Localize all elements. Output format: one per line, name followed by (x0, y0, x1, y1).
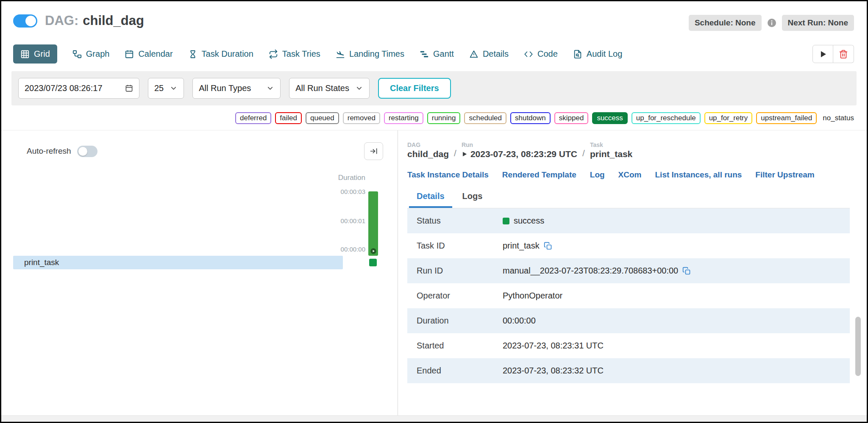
breadcrumb-dag-label: DAG (407, 141, 449, 148)
graph-icon (72, 50, 82, 59)
link-log[interactable]: Log (590, 170, 605, 180)
code-icon (524, 50, 533, 59)
breadcrumb-run[interactable]: Run 2023-07-23, 08:23:29 UTC (462, 141, 577, 159)
detail-tabs: Details Logs (407, 187, 850, 208)
legend-badge: up_for_reschedule (632, 112, 701, 124)
tab-audit-log[interactable]: Audit Log (573, 49, 623, 59)
date-picker-icon (125, 84, 133, 92)
copy-button[interactable] (544, 242, 552, 250)
detail-row: Started 2023-07-23, 08:23:31 UTC (407, 333, 850, 358)
detail-row: Ended 2023-07-23, 08:23:32 UTC (407, 358, 850, 383)
dag-pause-toggle[interactable] (13, 14, 37, 28)
detail-row-label: Task ID (407, 241, 503, 251)
dag-header: DAG: child_dag Schedule: None Next Run: … (1, 1, 867, 38)
legend-badge: up_for_retry (704, 112, 753, 124)
status-square (503, 218, 509, 224)
auto-refresh-toggle[interactable] (77, 146, 97, 157)
vertical-scrollbar-thumb[interactable] (855, 317, 861, 376)
detail-row-label: Duration (407, 316, 503, 326)
trash-icon (839, 50, 848, 59)
breadcrumb-dag-value: child_dag (407, 149, 449, 159)
hourglass-icon (188, 50, 198, 59)
link-xcom[interactable]: XCom (618, 170, 642, 180)
dag-run-bar[interactable] (368, 191, 378, 256)
detail-row-value: 00:00:00 (503, 316, 536, 326)
link-filter-upstream[interactable]: Filter Upstream (755, 170, 814, 180)
task-instance-square[interactable] (369, 259, 377, 266)
tab-task-tries[interactable]: Task Tries (269, 49, 320, 59)
plane-landing-icon (336, 50, 345, 59)
detail-row-label: Run ID (407, 266, 503, 276)
link-list-instances[interactable]: List Instances, all runs (655, 170, 742, 180)
tab-label: Code (537, 49, 558, 59)
detail-row-label: Ended (407, 366, 503, 376)
breadcrumb-separator: / (454, 148, 456, 159)
detail-table: Status success Task ID print_task Run ID (407, 208, 850, 383)
page-title: DAG: child_dag (45, 13, 144, 28)
tab-label: Audit Log (587, 49, 623, 59)
run-state-select[interactable]: All Run States (289, 78, 370, 99)
schedule-badge: Schedule: None (689, 15, 762, 31)
tab-label: Landing Times (349, 49, 404, 59)
base-date-input[interactable]: 2023/07/23 08:26:17 (18, 78, 139, 99)
delete-dag-button[interactable] (833, 45, 854, 63)
tab-gantt[interactable]: Gantt (420, 49, 454, 59)
tab-details-details[interactable]: Details (409, 187, 452, 208)
breadcrumb-separator: / (582, 148, 585, 159)
tab-label: Calendar (138, 49, 172, 59)
clear-filters-button[interactable]: Clear Filters (378, 78, 451, 99)
detail-row-label: Operator (407, 291, 503, 301)
calendar-icon (125, 50, 134, 59)
copy-button[interactable] (682, 267, 691, 275)
breadcrumb-task-label: Task (590, 141, 632, 148)
legend-badge: removed (343, 112, 380, 124)
tab-calendar[interactable]: Calendar (125, 49, 172, 59)
tab-details[interactable]: Details (469, 49, 509, 59)
run-type-select[interactable]: All Run Types (192, 78, 281, 99)
trigger-dag-button[interactable] (812, 45, 833, 63)
tab-task-duration[interactable]: Task Duration (188, 49, 253, 59)
duration-tick: 00:00:00 (341, 246, 365, 253)
auto-refresh-label: Auto-refresh (27, 147, 71, 156)
num-runs-select[interactable]: 25 (148, 78, 184, 99)
info-icon[interactable] (767, 18, 777, 28)
dag-title-name: child_dag (83, 13, 144, 28)
dag-actions (812, 45, 854, 63)
horizontal-scrollbar[interactable] (1, 415, 867, 422)
task-row-print-task[interactable]: print_task (13, 256, 343, 269)
link-rendered-template[interactable]: Rendered Template (502, 170, 576, 180)
detail-row: Run ID manual__2023-07-23T08:23:29.70868… (407, 258, 850, 283)
duration-tick: 00:00:01 (341, 217, 365, 224)
detail-row: Operator PythonOperator (407, 283, 850, 308)
detail-row: Duration 00:00:00 (407, 308, 850, 333)
breadcrumb-dag[interactable]: DAG child_dag (407, 141, 449, 159)
detail-row-value: success (514, 216, 544, 226)
copy-icon (544, 242, 552, 250)
tab-code[interactable]: Code (524, 49, 558, 59)
num-runs-value: 25 (154, 83, 164, 93)
link-task-instance-details[interactable]: Task Instance Details (407, 170, 489, 180)
task-row-label: print_task (24, 258, 59, 267)
details-panel: DAG child_dag / Run 2023-07-23, 08:23:29… (398, 130, 867, 415)
tab-landing-times[interactable]: Landing Times (336, 49, 404, 59)
status-legend: deferred failed queued removed restartin… (1, 105, 867, 130)
chevron-down-icon (355, 84, 363, 92)
tab-label: Task Duration (202, 49, 253, 59)
toggle-details-panel-button[interactable] (364, 142, 383, 160)
legend-badge: skipped (554, 112, 589, 124)
tab-label: Gantt (433, 49, 454, 59)
tab-grid[interactable]: Grid (13, 44, 57, 64)
duration-tick: 00:00:03 (341, 188, 365, 195)
run-type-value: All Run Types (199, 83, 251, 93)
gantt-icon (420, 50, 429, 59)
tab-details-logs[interactable]: Logs (455, 187, 490, 208)
breadcrumb-task-value: print_task (590, 149, 632, 159)
detail-row-value: 2023-07-23, 08:23:31 UTC (503, 341, 604, 351)
tab-label: Grid (34, 49, 50, 59)
tab-graph[interactable]: Graph (72, 49, 110, 59)
tab-label: Task Tries (282, 49, 320, 59)
breadcrumb-task[interactable]: Task print_task (590, 141, 632, 159)
legend-badge: restarting (384, 112, 423, 124)
breadcrumb-run-value: 2023-07-23, 08:23:29 UTC (470, 149, 577, 159)
legend-badge: queued (306, 112, 339, 124)
